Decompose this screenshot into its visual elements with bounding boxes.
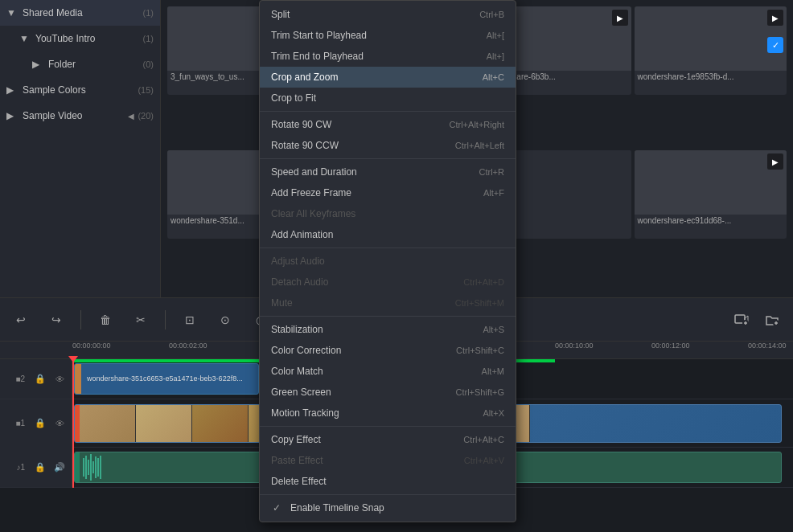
- folder-icon: ▶: [32, 59, 43, 70]
- ctx-separator: [260, 158, 516, 159]
- ctx-trim-end[interactable]: Trim End to Playhead Alt+]: [260, 46, 516, 67]
- sidebar-item-label: Sample Video: [23, 110, 83, 121]
- folder-icon: ▼: [6, 7, 18, 18]
- sidebar-item-count: (0): [143, 59, 154, 69]
- ctx-paste-effect: Paste Effect Ctrl+Alt+V: [260, 450, 516, 471]
- ctx-mute: Mute Ctrl+Shift+M: [260, 293, 516, 313]
- clip-label: wondershare-351c6653-e5a1471e-beb3-622f8…: [84, 374, 246, 383]
- ctx-rotate-cw[interactable]: Rotate 90 CW Ctrl+Alt+Right: [260, 114, 516, 135]
- folder-button[interactable]: [761, 309, 783, 331]
- ctx-item-shortcut: Ctrl+Alt+Right: [450, 120, 504, 129]
- ctx-item-shortcut: Ctrl+R: [479, 167, 504, 177]
- ctx-crop-fit[interactable]: Crop to Fit: [260, 88, 516, 108]
- ctx-item-shortcut: Alt+C: [483, 72, 504, 82]
- ctx-item-shortcut: Ctrl+Alt+C: [463, 435, 504, 444]
- ctx-item-shortcut: Ctrl+Alt+D: [463, 277, 504, 287]
- ctx-item-label: Rotate 90 CW: [271, 119, 331, 130]
- zoom-button[interactable]: ⊙: [214, 309, 236, 331]
- sidebar-item-label: Sample Colors: [23, 84, 86, 96]
- media-thumb[interactable]: ▶ ✓ wondershare-1e9853fb-d...: [635, 6, 787, 95]
- ctx-item-label: Color Match: [271, 366, 323, 377]
- ctx-animation[interactable]: Add Animation: [260, 224, 516, 245]
- ctx-item-shortcut: Alt+M: [482, 366, 504, 376]
- arrow-icon: ◀: [128, 112, 134, 121]
- crop-button[interactable]: ⊡: [179, 309, 201, 331]
- sidebar-item-count: (1): [143, 8, 154, 18]
- sidebar: ▼ Shared Media (1) ▼ YouTube Intro (1) ▶…: [0, 0, 161, 297]
- media-thumb-label: wondershare-ec91dd68-...: [635, 215, 787, 227]
- delete-button[interactable]: 🗑: [94, 309, 117, 331]
- ruler-time: 00:00:14:00: [748, 342, 787, 350]
- folder-icon: ▶: [6, 84, 18, 96]
- ctx-color-correction[interactable]: Color Correction Ctrl+Shift+C: [260, 340, 516, 361]
- ctx-freeze[interactable]: Add Freeze Frame Alt+F: [260, 182, 516, 203]
- ruler-time: 00:00:00:00: [72, 342, 111, 350]
- ctx-item-label: Mute: [271, 297, 293, 309]
- ctx-item-label: Detach Audio: [271, 276, 328, 288]
- lock-button[interactable]: 🔒: [33, 372, 47, 387]
- track-controls: ■1 🔒 👁: [0, 399, 72, 448]
- ctx-item-label: Delete Effect: [271, 476, 326, 487]
- ctx-rotate-ccw[interactable]: Rotate 90 CCW Ctrl+Alt+Left: [260, 135, 516, 156]
- sidebar-item-count: (20): [138, 111, 154, 121]
- ctx-item-shortcut: Ctrl+Shift+C: [456, 346, 504, 355]
- ctx-color-match[interactable]: Color Match Alt+M: [260, 361, 516, 382]
- sidebar-item-sample-video[interactable]: ▶ Sample Video ◀ (20): [0, 103, 160, 129]
- ctx-trim-start[interactable]: Trim Start to Playhead Alt+[: [260, 25, 516, 46]
- ctx-item-shortcut: Ctrl+Shift+G: [455, 387, 504, 397]
- ctx-split[interactable]: Split Ctrl+B: [260, 4, 516, 25]
- track-num: ♪1: [16, 463, 25, 472]
- add-media-button[interactable]: [730, 309, 753, 331]
- check-icon: ✓: [271, 502, 282, 514]
- ctx-item-label: Adjust Audio: [271, 256, 325, 267]
- sidebar-item-sample-colors[interactable]: ▶ Sample Colors (15): [0, 77, 160, 103]
- eye-button[interactable]: 👁: [52, 416, 67, 431]
- eye-button[interactable]: 👁: [52, 372, 67, 387]
- ctx-item-shortcut: Alt+[: [487, 31, 504, 40]
- ctx-item-label: Color Correction: [271, 345, 341, 356]
- ctx-item-shortcut: Ctrl+Alt+Left: [455, 141, 504, 150]
- ctx-copy-effect[interactable]: Copy Effect Ctrl+Alt+C: [260, 429, 516, 450]
- playhead[interactable]: [72, 359, 74, 488]
- cut-button[interactable]: ✂: [129, 309, 152, 331]
- ctx-separator: [260, 248, 516, 248]
- sidebar-item-folder[interactable]: ▶ Folder (0): [0, 51, 160, 77]
- sidebar-item-count: (1): [143, 34, 154, 43]
- redo-button[interactable]: ↪: [45, 309, 68, 331]
- ctx-item-label: Rotate 90 CCW: [271, 140, 339, 151]
- ctx-motion-tracking[interactable]: Motion Tracking Alt+X: [260, 403, 516, 424]
- undo-button[interactable]: ↩: [10, 309, 32, 331]
- ctx-separator: [260, 494, 516, 495]
- media-thumb[interactable]: ▶ wondershare-ec91dd68-...: [635, 150, 787, 239]
- ctx-speed[interactable]: Speed and Duration Ctrl+R: [260, 162, 516, 182]
- video-icon: ▶: [767, 153, 783, 170]
- folder-icon: ▼: [19, 33, 31, 44]
- sidebar-item-count: (15): [138, 85, 154, 95]
- toolbar-divider: [165, 310, 166, 329]
- lock-button[interactable]: 🔒: [33, 416, 47, 431]
- video-clip[interactable]: wondershare-351c6653-e5a1471e-beb3-622f8…: [74, 363, 259, 395]
- ctx-delete-effect[interactable]: Delete Effect: [260, 471, 516, 492]
- ctx-item-shortcut: Ctrl+Shift+M: [455, 298, 504, 308]
- ctx-enable-snap[interactable]: ✓ Enable Timeline Snap: [260, 497, 516, 518]
- ctx-item-label: Green Screen: [271, 387, 331, 398]
- lock-button[interactable]: 🔒: [33, 460, 47, 475]
- ctx-separator: [260, 111, 516, 112]
- ctx-green-screen[interactable]: Green Screen Ctrl+Shift+G: [260, 382, 516, 403]
- ctx-item-label: Speed and Duration: [271, 166, 357, 178]
- ctx-item-label: Trim End to Playhead: [271, 51, 364, 62]
- ruler-time: 00:00:10:00: [555, 342, 594, 350]
- ctx-item-label: Copy Effect: [271, 434, 321, 445]
- ruler-time: 00:00:12:00: [651, 342, 690, 350]
- ctx-clear-keys: Clear All Keyframes: [260, 203, 516, 224]
- track-controls: ■2 🔒 👁: [0, 359, 72, 399]
- ctx-separator: [260, 316, 516, 317]
- ctx-stabilization[interactable]: Stabilization Alt+S: [260, 319, 516, 340]
- sidebar-item-shared-media[interactable]: ▼ Shared Media (1): [0, 0, 160, 26]
- volume-button[interactable]: 🔊: [52, 460, 67, 475]
- ctx-item-label: Trim Start to Playhead: [271, 30, 367, 41]
- sidebar-item-youtube-intro[interactable]: ▼ YouTube Intro (1): [0, 26, 160, 51]
- ctx-item-shortcut: Alt+S: [483, 325, 504, 334]
- ctx-crop-zoom[interactable]: Crop and Zoom Alt+C: [260, 67, 516, 88]
- check-badge: ✓: [767, 37, 783, 53]
